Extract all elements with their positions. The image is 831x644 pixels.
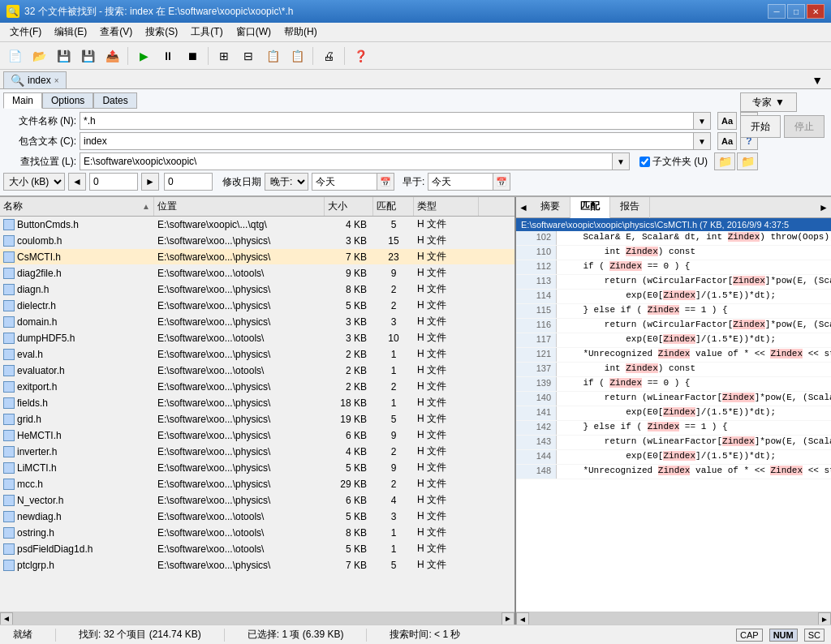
tab-dates[interactable]: Dates: [93, 92, 136, 109]
file-list-hscroll[interactable]: ◄ ►: [0, 612, 515, 625]
menu-item-e[interactable]: 编辑(E): [48, 24, 93, 41]
size-lt-btn[interactable]: ◄: [68, 173, 86, 191]
table-row[interactable]: ostring.hE:\software\xoo...\otools\8 KB1…: [0, 525, 515, 541]
table-row[interactable]: ptclgrp.hE:\software\xoo...\physics\7 KB…: [0, 557, 515, 573]
table-row[interactable]: psdFieldDiag1d.hE:\software\xoo...\otool…: [0, 541, 515, 557]
size-min-input[interactable]: [89, 173, 138, 191]
table-row[interactable]: coulomb.hE:\software\xoo...\physics\3 KB…: [0, 233, 515, 249]
containtext-aa-btn[interactable]: Aa: [717, 132, 737, 150]
date-after-select[interactable]: 晚于:: [265, 173, 308, 191]
date-after-cal[interactable]: 📅: [377, 173, 394, 191]
table-row[interactable]: dielectr.hE:\software\xoo...\physics\5 K…: [0, 298, 515, 314]
tb-print-cfg[interactable]: 💾: [76, 45, 99, 67]
hscroll-right[interactable]: ►: [502, 612, 515, 625]
filename-dropdown[interactable]: ▼: [693, 112, 711, 130]
table-row[interactable]: domain.hE:\software\xoo...\physics\3 KB3…: [0, 314, 515, 330]
menu-item-v[interactable]: 查看(V): [93, 24, 139, 41]
table-row[interactable]: fields.hE:\software\xoo...\physics\18 KB…: [0, 395, 515, 411]
size-gt-btn[interactable]: ►: [141, 173, 159, 191]
tb-help[interactable]: ❓: [349, 45, 372, 67]
file-list-body[interactable]: ButtonCmds.hE:\software\xoopic\...\qtg\4…: [0, 217, 515, 612]
tb-export[interactable]: 📤: [101, 45, 123, 67]
expert-btn[interactable]: 专家 ▼: [740, 92, 797, 112]
table-row[interactable]: newdiag.hE:\software\xoo...\otools\5 KB3…: [0, 509, 515, 525]
subfolder-checkbox-wrap[interactable]: 子文件夹 (U): [639, 155, 708, 169]
preview-body[interactable]: 102 Scalar& E, Scalar& dt, int Zindex) t…: [516, 231, 831, 612]
containtext-input[interactable]: [80, 132, 693, 150]
table-row[interactable]: mcc.hE:\software\xoo...\physics\29 KB2H …: [0, 476, 515, 492]
tb-collapse[interactable]: ⊟: [237, 45, 260, 67]
table-row[interactable]: inverter.hE:\software\xoo...\physics\4 K…: [0, 444, 515, 460]
filename-aa-btn[interactable]: Aa: [717, 112, 737, 130]
search-tab-close[interactable]: ×: [54, 76, 59, 85]
containtext-dropdown[interactable]: ▼: [693, 132, 711, 150]
col-header-location[interactable]: 位置: [154, 197, 325, 216]
tab-overflow-btn[interactable]: ▼: [807, 72, 828, 88]
table-row[interactable]: LiMCTI.hE:\software\xoo...\physics\5 KB9…: [0, 460, 515, 476]
prev-hscroll-track[interactable]: [529, 612, 818, 625]
table-row[interactable]: diag2file.hE:\software\xoo...\otools\9 K…: [0, 265, 515, 281]
preview-tab-match[interactable]: 匹配: [571, 197, 610, 218]
col-header-type[interactable]: 类型: [414, 197, 479, 216]
file-type-text: H 文件: [414, 266, 479, 280]
tb-list2[interactable]: 📋: [286, 45, 308, 67]
table-row[interactable]: N_vector.hE:\software\xoo...\physics\6 K…: [0, 492, 515, 509]
table-row[interactable]: ButtonCmds.hE:\software\xoopic\...\qtg\4…: [0, 217, 515, 233]
preview-hscroll[interactable]: ◄ ►: [516, 612, 831, 625]
menu-item-t[interactable]: 工具(T): [184, 24, 229, 41]
search-tab-index[interactable]: 🔍 index ×: [3, 71, 67, 88]
prev-tab-right-arrow[interactable]: ►: [816, 197, 831, 218]
tb-print[interactable]: 🖨: [317, 45, 340, 67]
preview-tab-report[interactable]: 报告: [610, 197, 650, 218]
size-select[interactable]: 大小 (kB): [3, 173, 65, 191]
prev-hscroll-right[interactable]: ►: [818, 612, 831, 625]
date-before-input[interactable]: [428, 173, 493, 191]
table-row[interactable]: eval.hE:\software\xoo...\physics\2 KB1H …: [0, 346, 515, 363]
menu-item-s[interactable]: 搜索(S): [139, 24, 184, 41]
tb-open[interactable]: 📂: [28, 45, 50, 67]
tb-save[interactable]: 💾: [52, 45, 75, 67]
browse-folder-btn[interactable]: 📁: [714, 152, 735, 170]
list-item: 121 *Unrecognized Zindex value of * << Z…: [516, 348, 831, 363]
col-header-match[interactable]: 匹配: [373, 197, 414, 216]
preview-tab-summary[interactable]: 摘要: [531, 197, 571, 218]
prev-tab-left-arrow[interactable]: ◄: [516, 197, 531, 218]
subfolder-checkbox[interactable]: [639, 157, 650, 167]
table-row[interactable]: exitport.hE:\software\xoo...\physics\2 K…: [0, 379, 515, 395]
stop-btn[interactable]: 停止: [784, 115, 825, 138]
date-before-cal[interactable]: 📅: [493, 173, 510, 191]
table-row[interactable]: diagn.hE:\software\xoo...\physics\8 KB2H…: [0, 281, 515, 298]
date-after-input[interactable]: [312, 173, 377, 191]
col-header-size[interactable]: 大小: [325, 197, 373, 216]
filename-input[interactable]: [80, 112, 693, 130]
file-size-text: 6 KB: [325, 495, 373, 506]
searchpath-input[interactable]: [80, 152, 612, 170]
close-button[interactable]: ✕: [807, 4, 825, 19]
table-row[interactable]: HeMCTI.hE:\software\xoo...\physics\6 KB9…: [0, 427, 515, 444]
start-btn[interactable]: 开始: [740, 115, 781, 138]
prev-hscroll-left[interactable]: ◄: [516, 612, 529, 625]
tb-list1[interactable]: 📋: [261, 45, 284, 67]
searchpath-dropdown[interactable]: ▼: [612, 152, 630, 170]
table-row[interactable]: dumpHDF5.hE:\software\xoo...\otools\3 KB…: [0, 330, 515, 346]
menu-item-h[interactable]: 帮助(H): [278, 24, 324, 41]
table-row[interactable]: CsMCTI.hE:\software\xoo...\physics\7 KB2…: [0, 249, 515, 265]
table-row[interactable]: grid.hE:\software\xoo...\physics\19 KB5H…: [0, 411, 515, 427]
tab-main[interactable]: Main: [3, 92, 42, 109]
tb-stop[interactable]: ⏹: [181, 45, 204, 67]
tb-play[interactable]: ▶: [132, 45, 155, 67]
maximize-button[interactable]: □: [787, 4, 805, 19]
minimize-button[interactable]: ─: [768, 4, 786, 19]
add-folder-btn[interactable]: 📁: [737, 152, 758, 170]
tb-pause[interactable]: ⏸: [157, 45, 179, 67]
menu-item-w[interactable]: 窗口(W): [230, 24, 278, 41]
tb-new[interactable]: 📄: [3, 45, 26, 67]
hscroll-left[interactable]: ◄: [0, 612, 13, 625]
tab-options[interactable]: Options: [42, 92, 93, 109]
table-row[interactable]: evaluator.hE:\software\xoo...\otools\2 K…: [0, 363, 515, 379]
menu-item-f[interactable]: 文件(F): [3, 24, 48, 41]
tb-expand[interactable]: ⊞: [213, 45, 235, 67]
size-max-input[interactable]: [164, 173, 213, 191]
col-header-name[interactable]: 名称 ▲: [0, 197, 154, 216]
hscroll-track[interactable]: [13, 612, 502, 625]
